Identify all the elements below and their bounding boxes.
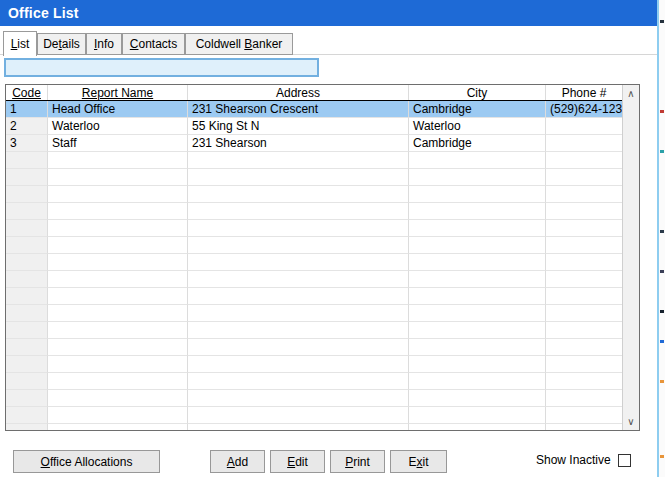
table-cell: Staff — [48, 135, 188, 152]
table-main: Code Report Name Address City Phone # 1H… — [6, 85, 622, 430]
office-table: Code Report Name Address City Phone # 1H… — [5, 84, 640, 431]
table-cell — [546, 186, 622, 203]
tab-strip: List Details Info Contacts Coldwell Bank… — [0, 31, 657, 55]
table-cell — [188, 254, 409, 271]
table-cell — [6, 169, 48, 186]
office-allocations-button[interactable]: Office Allocations — [13, 450, 160, 473]
table-row[interactable] — [6, 390, 622, 407]
office-list-window: Office List List Details Info Contacts C… — [0, 0, 657, 477]
tab-details[interactable]: Details — [37, 33, 86, 55]
tab-info[interactable]: Info — [86, 33, 122, 55]
table-cell — [188, 237, 409, 254]
table-cell — [48, 424, 188, 430]
column-header-city[interactable]: City — [409, 85, 546, 100]
table-cell — [546, 220, 622, 237]
table-cell — [6, 186, 48, 203]
table-cell — [409, 288, 546, 305]
table-cell — [188, 186, 409, 203]
table-cell — [188, 407, 409, 424]
tab-contacts[interactable]: Contacts — [122, 33, 185, 55]
table-row[interactable] — [6, 305, 622, 322]
table-cell: Waterloo — [409, 118, 546, 135]
table-cell — [546, 203, 622, 220]
table-cell — [409, 186, 546, 203]
show-inactive-checkbox[interactable] — [618, 454, 631, 467]
table-cell — [188, 152, 409, 169]
table-row[interactable] — [6, 254, 622, 271]
table-cell — [6, 390, 48, 407]
table-cell — [6, 373, 48, 390]
table-cell: Cambridge — [409, 101, 546, 118]
table-cell — [546, 322, 622, 339]
table-cell — [48, 186, 188, 203]
column-header-phone[interactable]: Phone # — [546, 85, 622, 100]
exit-button[interactable]: Exit — [390, 450, 447, 473]
table-row[interactable] — [6, 220, 622, 237]
table-cell: 2 — [6, 118, 48, 135]
table-row[interactable] — [6, 356, 622, 373]
table-cell — [48, 373, 188, 390]
table-row[interactable] — [6, 373, 622, 390]
table-row[interactable] — [6, 339, 622, 356]
background-window-sliver — [660, 20, 664, 23]
table-cell: (529)624-1236 — [546, 101, 622, 118]
table-cell — [409, 152, 546, 169]
table-cell — [546, 424, 622, 430]
print-button[interactable]: Print — [330, 450, 385, 473]
table-cell — [409, 305, 546, 322]
table-cell: Cambridge — [409, 135, 546, 152]
window-title: Office List — [0, 5, 79, 21]
table-cell — [546, 390, 622, 407]
table-row[interactable] — [6, 288, 622, 305]
table-cell — [546, 356, 622, 373]
add-button[interactable]: Add — [210, 450, 265, 473]
table-cell — [546, 305, 622, 322]
table-cell — [409, 339, 546, 356]
table-row[interactable]: 3Staff231 ShearsonCambridge — [6, 135, 622, 152]
table-row[interactable] — [6, 407, 622, 424]
table-row[interactable]: 2Waterloo55 King St NWaterloo — [6, 118, 622, 135]
table-header-row: Code Report Name Address City Phone # — [6, 85, 622, 101]
table-cell — [6, 356, 48, 373]
table-cell — [546, 135, 622, 152]
table-cell — [6, 407, 48, 424]
table-cell — [546, 152, 622, 169]
vertical-scrollbar[interactable]: ∧ ∨ — [622, 85, 639, 430]
table-cell — [409, 220, 546, 237]
scrollbar-down-icon[interactable]: ∨ — [623, 413, 639, 430]
tab-coldwell-banker[interactable]: Coldwell Banker — [185, 33, 293, 55]
table-cell — [188, 203, 409, 220]
table-cell — [546, 373, 622, 390]
table-cell — [6, 424, 48, 430]
table-row[interactable] — [6, 169, 622, 186]
table-cell — [48, 356, 188, 373]
screen-edge-artifacts — [659, 0, 665, 477]
column-header-report-name[interactable]: Report Name — [48, 85, 188, 100]
table-row[interactable] — [6, 186, 622, 203]
table-cell — [48, 305, 188, 322]
table-row[interactable] — [6, 424, 622, 430]
table-cell — [48, 237, 188, 254]
title-bar[interactable]: Office List — [0, 0, 657, 26]
column-header-address[interactable]: Address — [188, 85, 409, 100]
table-cell — [409, 373, 546, 390]
table-cell: 1 — [6, 101, 48, 118]
table-cell — [6, 271, 48, 288]
search-input[interactable] — [4, 58, 319, 77]
table-cell: Waterloo — [48, 118, 188, 135]
table-cell — [6, 254, 48, 271]
show-inactive-group: Show Inactive — [536, 452, 631, 468]
table-row[interactable] — [6, 237, 622, 254]
table-row[interactable] — [6, 271, 622, 288]
table-cell — [409, 237, 546, 254]
table-row[interactable] — [6, 322, 622, 339]
edit-button[interactable]: Edit — [270, 450, 325, 473]
table-row[interactable] — [6, 152, 622, 169]
table-cell — [48, 169, 188, 186]
table-row[interactable]: 1Head Office231 Shearson CrescentCambrid… — [6, 101, 622, 118]
scrollbar-up-icon[interactable]: ∧ — [623, 85, 639, 102]
table-row[interactable] — [6, 203, 622, 220]
column-header-code[interactable]: Code — [6, 85, 48, 100]
table-cell — [409, 356, 546, 373]
tab-list[interactable]: List — [3, 31, 37, 56]
